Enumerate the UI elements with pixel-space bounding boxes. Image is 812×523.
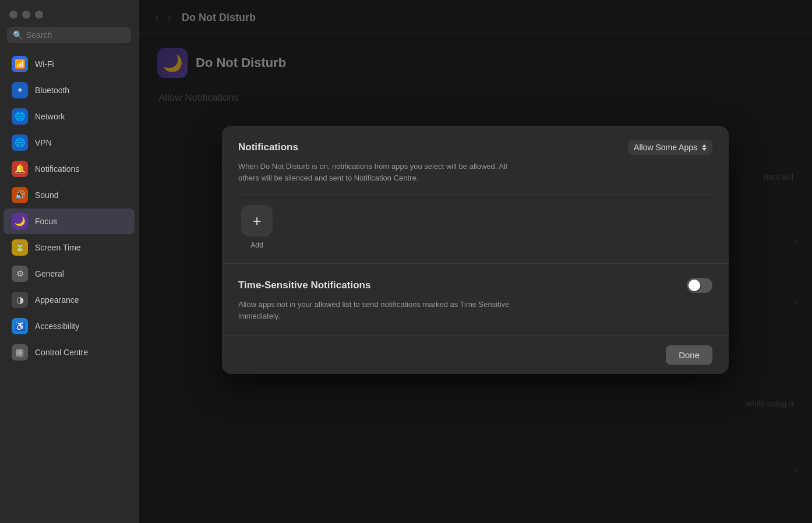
sidebar-item-vpn[interactable]: 🌐VPN [3,130,135,156]
traffic-light-fullscreen[interactable] [35,10,43,19]
allow-some-apps-select[interactable]: Allow Some Apps [628,140,712,155]
add-button[interactable]: + [241,205,273,236]
sidebar-item-label-notifications: Notifications [35,164,79,174]
sidebar-item-sound[interactable]: 🔊Sound [3,182,135,208]
sidebar-item-notifications[interactable]: 🔔Notifications [3,156,135,182]
sidebar-item-control-centre[interactable]: ▦Control Centre [3,340,135,365]
notifications-section: Notifications Allow Some Apps When Do No… [222,126,729,264]
modal-overlay: Notifications Allow Some Apps When Do No… [139,0,812,523]
sidebar-item-label-focus: Focus [35,217,57,226]
add-label: Add [250,241,263,249]
general-icon: ⚙ [12,266,28,282]
sidebar-item-screen-time[interactable]: ⏳Screen Time [3,235,135,260]
done-button[interactable]: Done [666,345,712,365]
sidebar-item-label-sound: Sound [35,190,58,200]
time-sensitive-section: Time-Sensitive Notifications Allow apps … [222,264,729,336]
sidebar-item-label-wifi: Wi-Fi [35,59,54,69]
screen-time-icon: ⏳ [12,239,28,256]
sidebar-item-general[interactable]: ⚙General [3,261,135,287]
modal-footer: Done [222,336,729,374]
notifications-icon: 🔔 [12,161,28,177]
bluetooth-icon: ✦ [12,82,28,98]
sound-icon: 🔊 [12,187,28,203]
sidebar-item-wifi[interactable]: 📶Wi-Fi [3,51,135,77]
vpn-icon: 🌐 [12,135,28,151]
traffic-light-minimize[interactable] [22,10,30,19]
appearance-icon: ◑ [12,292,28,308]
sidebar-item-network[interactable]: 🌐Network [3,104,135,129]
time-sensitive-description: Allow apps not in your allowed list to s… [238,299,529,321]
add-button-area: + Add [238,205,276,249]
search-input[interactable] [26,30,125,40]
wifi-icon: 📶 [12,56,28,72]
traffic-light-close[interactable] [9,10,17,19]
sidebar-item-label-vpn: VPN [35,138,52,147]
search-icon: 🔍 [13,30,23,40]
time-sensitive-toggle[interactable] [687,278,712,293]
focus-icon: 🌙 [12,213,28,229]
modal: Notifications Allow Some Apps When Do No… [222,126,729,374]
sidebar-item-accessibility[interactable]: ♿Accessibility [3,313,135,339]
search-bar[interactable]: 🔍 [7,27,131,43]
sidebar-item-label-network: Network [35,112,65,121]
sidebar-item-label-accessibility: Accessibility [35,321,79,331]
sidebar-item-bluetooth[interactable]: ✦Bluetooth [3,77,135,103]
sidebar-item-label-general: General [35,269,64,278]
chevron-icon [702,144,707,151]
accessibility-icon: ♿ [12,318,28,334]
window-controls [0,0,138,27]
toggle-knob [689,280,700,291]
notifications-section-header: Notifications Allow Some Apps [238,140,712,155]
sidebar-item-label-control-centre: Control Centre [35,348,88,357]
sidebar-item-label-bluetooth: Bluetooth [35,86,69,95]
time-sensitive-header: Time-Sensitive Notifications [238,278,712,293]
sidebar-item-label-screen-time: Screen Time [35,243,81,252]
sidebar-item-appearance[interactable]: ◑Appearance [3,287,135,313]
sidebar-item-label-appearance: Appearance [35,295,79,305]
sidebar-item-focus[interactable]: 🌙Focus [3,209,135,234]
allow-select-label: Allow Some Apps [634,143,697,152]
sidebar: 🔍 📶Wi-Fi✦Bluetooth🌐Network🌐VPN🔔Notificat… [0,0,139,523]
sidebar-items: 📶Wi-Fi✦Bluetooth🌐Network🌐VPN🔔Notificatio… [0,51,138,365]
control-centre-icon: ▦ [12,344,28,361]
divider [238,194,712,195]
network-icon: 🌐 [12,108,28,125]
time-sensitive-title: Time-Sensitive Notifications [238,280,370,291]
notifications-section-description: When Do Not Disturb is on, notifications… [238,161,529,183]
notifications-section-title: Notifications [238,142,298,153]
